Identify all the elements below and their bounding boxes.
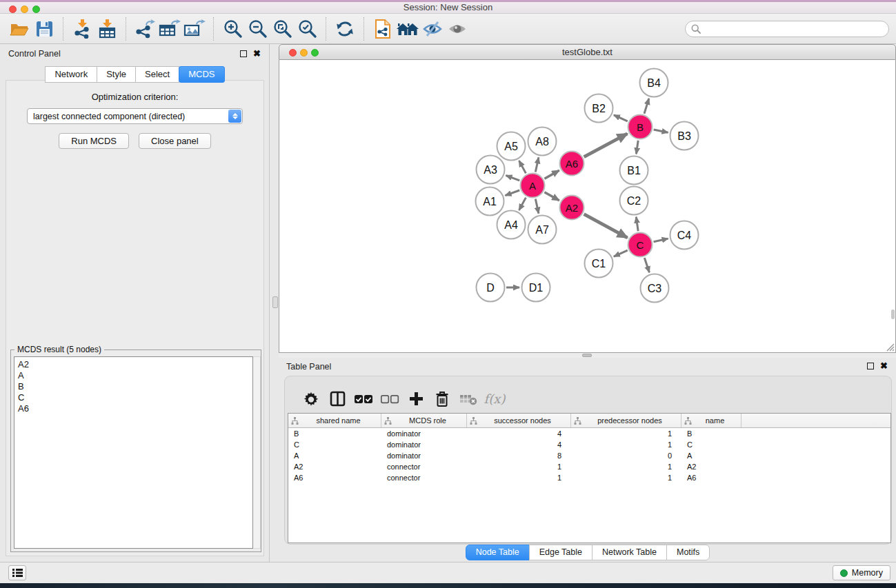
show-columns-icon[interactable]	[324, 391, 350, 407]
tab-edge-table[interactable]: Edge Table	[529, 545, 593, 560]
run-mcds-button[interactable]: Run MCDS	[59, 133, 129, 149]
table-row[interactable]: A2connector11A2	[288, 461, 890, 472]
table-cell[interactable]: 1	[571, 429, 681, 438]
graph-edge-B-B1[interactable]	[636, 141, 638, 154]
mcds-result-item[interactable]: A2	[18, 359, 249, 370]
table-cell[interactable]: 4	[467, 440, 571, 449]
table-cell[interactable]: connector	[381, 463, 467, 471]
graph-node-C2[interactable]: C2	[619, 186, 649, 216]
tab-motifs[interactable]: Motifs	[666, 545, 710, 560]
close-window-button[interactable]	[9, 6, 17, 13]
graph-node-B4[interactable]: B4	[639, 68, 669, 98]
graph-node-D[interactable]: D	[476, 273, 506, 303]
table-cell[interactable]: A	[288, 452, 381, 460]
table-cell[interactable]: A6	[681, 474, 741, 482]
graph-node-A[interactable]: A	[520, 173, 546, 199]
minimize-view-button[interactable]	[300, 49, 308, 57]
table-cell[interactable]: B	[681, 429, 741, 438]
table-cell[interactable]: 1	[467, 463, 571, 471]
graph-node-A6[interactable]: A6	[559, 151, 585, 176]
tab-node-table[interactable]: Node Table	[466, 545, 530, 560]
graph-edge-A6-B[interactable]	[584, 134, 628, 157]
minimize-window-button[interactable]	[21, 6, 28, 13]
column-header-successor-nodes[interactable]: successor nodes	[467, 414, 571, 427]
table-cell[interactable]: connector	[381, 474, 467, 482]
table-cell[interactable]: A2	[288, 463, 381, 471]
save-session-icon[interactable]	[32, 17, 57, 41]
split-pane-handle[interactable]	[272, 296, 278, 308]
table-cell[interactable]: dominator	[381, 452, 467, 460]
graph-node-C[interactable]: C	[628, 232, 653, 258]
graph-node-B[interactable]: B	[628, 114, 653, 140]
graph-edge-A-A2[interactable]	[544, 192, 559, 201]
close-table-panel-icon[interactable]: ✖	[880, 363, 888, 369]
network-window-titlebar[interactable]: testGlobe.txt	[279, 44, 896, 60]
mcds-result-item[interactable]: A	[18, 370, 249, 381]
mcds-list-scrollbar[interactable]	[253, 356, 261, 549]
graph-node-A2[interactable]: A2	[559, 195, 585, 221]
table-cell[interactable]: 1	[467, 474, 571, 482]
table-row[interactable]: Bdominator41B	[288, 428, 890, 439]
table-cell[interactable]: C	[288, 440, 381, 449]
graph-edge-A-A1[interactable]	[506, 190, 520, 196]
deselect-all-icon[interactable]	[377, 394, 403, 404]
column-header-predecessor-nodes[interactable]: predecessor nodes	[571, 414, 681, 427]
resize-grip-icon[interactable]	[886, 343, 895, 352]
graph-node-A3[interactable]: A3	[476, 155, 506, 185]
graph-edge-C-C2[interactable]	[636, 217, 638, 231]
table-cell[interactable]: 1	[571, 440, 681, 449]
column-header-shared-name[interactable]: shared name	[288, 414, 381, 427]
graph-node-C3[interactable]: C3	[640, 274, 670, 303]
delete-columns-icon[interactable]	[429, 391, 455, 407]
hide-graphics-details-icon[interactable]	[420, 17, 445, 41]
zoom-selected-icon[interactable]	[295, 17, 319, 41]
table-cell[interactable]: 1	[571, 463, 681, 471]
export-table-icon[interactable]	[157, 17, 182, 41]
graph-node-B3[interactable]: B3	[670, 121, 699, 151]
graph-node-B2[interactable]: B2	[584, 94, 614, 123]
graph-edge-A-A5[interactable]	[519, 161, 526, 173]
table-cell[interactable]: A2	[681, 463, 741, 471]
graph-edge-A-A4[interactable]	[519, 198, 526, 210]
table-cell[interactable]: dominator	[381, 429, 467, 438]
graph-edge-A2-C[interactable]	[584, 214, 628, 238]
open-session-icon[interactable]	[7, 17, 32, 41]
graph-edge-B-B4[interactable]	[644, 99, 649, 114]
tab-mcds[interactable]: MCDS	[179, 66, 224, 83]
table-cell[interactable]: 8	[467, 452, 571, 460]
zoom-view-button[interactable]	[311, 49, 319, 57]
tab-network-table[interactable]: Network Table	[592, 545, 667, 560]
zoom-window-button[interactable]	[32, 6, 40, 13]
graph-edge-C-C3[interactable]	[644, 258, 649, 272]
graph-node-A8[interactable]: A8	[528, 127, 557, 156]
graph-edge-A-A3[interactable]	[506, 176, 520, 181]
graph-node-C1[interactable]: C1	[584, 249, 614, 278]
delete-table-icon[interactable]	[455, 393, 481, 405]
memory-button[interactable]: Memory	[833, 565, 890, 580]
graph-edge-A-A7[interactable]	[535, 199, 539, 214]
mcds-result-item[interactable]: C	[18, 392, 249, 403]
column-settings-icon[interactable]	[298, 391, 324, 407]
table-cell[interactable]: A	[681, 452, 741, 460]
graph-node-A5[interactable]: A5	[497, 132, 526, 161]
graph-node-D1[interactable]: D1	[521, 273, 551, 303]
table-row[interactable]: Cdominator41C	[288, 439, 890, 450]
close-panel-button[interactable]: Close panel	[139, 133, 211, 149]
canvas-hscroll-thumb[interactable]	[582, 354, 592, 357]
table-cell[interactable]: dominator	[381, 440, 467, 449]
zoom-in-icon[interactable]	[220, 17, 245, 41]
table-cell[interactable]: 4	[467, 429, 571, 438]
graph-node-C4[interactable]: C4	[670, 221, 699, 250]
mcds-result-item[interactable]: A6	[18, 403, 249, 414]
graph-edge-C-C1[interactable]	[614, 250, 628, 256]
search-input[interactable]	[704, 24, 883, 34]
canvas-hscrollbar[interactable]	[279, 353, 896, 358]
table-cell[interactable]: B	[288, 429, 381, 438]
network-canvas[interactable]: B4B2BB3A8A5A6A3B1AC2A1A2A4A7C4CC1C3DD1	[279, 60, 896, 353]
graph-node-A4[interactable]: A4	[497, 210, 526, 240]
graph-edge-C-C4[interactable]	[654, 239, 668, 242]
graph-edge-B-B2[interactable]	[614, 115, 628, 121]
close-view-button[interactable]	[289, 49, 297, 57]
search-field[interactable]	[685, 21, 889, 37]
table-cell[interactable]: 0	[571, 452, 681, 460]
